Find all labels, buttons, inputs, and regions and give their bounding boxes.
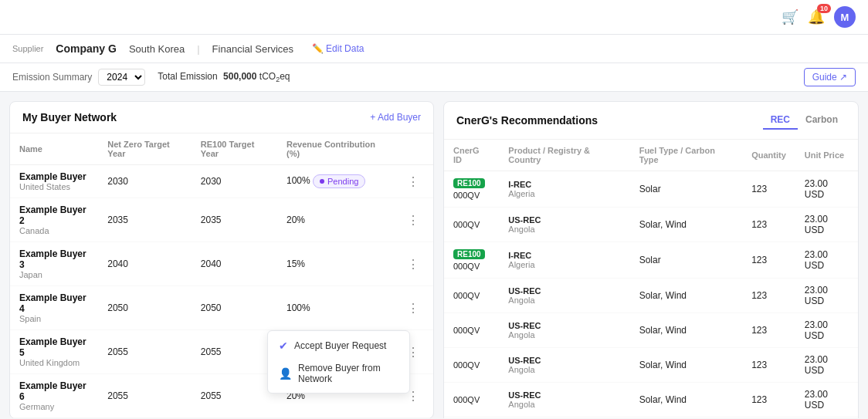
revenue-cell: 100% bbox=[277, 286, 393, 330]
quantity-cell: 123 bbox=[742, 279, 795, 313]
cart-icon[interactable]: 🛒 bbox=[782, 8, 798, 25]
product-cell: I-REC Algeria bbox=[499, 417, 629, 419]
company-name: Company G bbox=[56, 42, 117, 55]
unit-price-cell: 23.00 USD bbox=[795, 242, 858, 279]
col-revenue: Revenue Contribution (%) bbox=[277, 133, 393, 165]
supplier-label: Supplier bbox=[12, 44, 43, 53]
unit-price-cell: 23.00 USD bbox=[795, 417, 858, 419]
top-nav: 🛒 🔔 10 M bbox=[0, 0, 868, 35]
buyer-name-cell: Example Buyer 3 Japan bbox=[10, 242, 98, 286]
actions-cell: ⋮ bbox=[393, 198, 433, 242]
emission-label: Emission Summary bbox=[12, 72, 92, 83]
fuel-type-cell: Solar bbox=[630, 171, 743, 208]
col-fuel-type: Fuel Type / Carbon Type bbox=[630, 140, 743, 171]
inline-context-menu: ✔ Accept Buyer Request 👤 Remove Buyer fr… bbox=[267, 330, 410, 394]
unit-price-cell: 23.00 USD bbox=[795, 171, 858, 208]
table-row: Example Buyer 3 Japan 2040 2040 15% ⋮ bbox=[10, 242, 433, 286]
quantity-cell: 123 bbox=[742, 383, 795, 417]
product-cell: US-REC Angola bbox=[499, 313, 629, 348]
fuel-type-cell: Solar bbox=[630, 417, 743, 419]
left-panel: My Buyer Network + Add Buyer Name Net Ze… bbox=[9, 101, 434, 418]
accept-buyer-menu-item[interactable]: ✔ Accept Buyer Request bbox=[268, 334, 409, 357]
more-button[interactable]: ⋮ bbox=[402, 211, 424, 229]
re100-badge: RE100 bbox=[453, 178, 485, 188]
actions-cell: ⋮ bbox=[393, 242, 433, 286]
check-circle-icon: ✔ bbox=[279, 340, 288, 352]
rec-tabs: REC Carbon bbox=[763, 111, 846, 130]
revenue-cell: 100% Pending bbox=[277, 165, 393, 198]
quantity-cell: 123 bbox=[742, 242, 795, 279]
fuel-type-cell: Solar, Wind bbox=[630, 208, 743, 242]
re100-cell: 2040 bbox=[192, 242, 277, 286]
notification-badge: 10 bbox=[817, 4, 831, 13]
fuel-type-cell: Solar bbox=[630, 242, 743, 279]
product-cell: I-REC Algeria bbox=[499, 171, 629, 208]
unit-price-cell: 23.00 USD bbox=[795, 313, 858, 348]
cnerg-id-cell: 000QV bbox=[444, 208, 499, 242]
product-cell: I-REC Algeria bbox=[499, 242, 629, 279]
supplier-country: South Korea bbox=[129, 43, 185, 55]
table-row: Example Buyer 4 Spain 2050 2050 100% ⋮ bbox=[10, 286, 433, 330]
year-select[interactable]: 2024 2023 2022 bbox=[98, 69, 145, 86]
cnerg-id-cell: RE100 000QV bbox=[444, 417, 499, 419]
notification-icon[interactable]: 🔔 10 bbox=[808, 8, 825, 25]
col-unit-price: Unit Price bbox=[795, 140, 858, 171]
buyer-table-container: Name Net Zero Target Year RE100 Target Y… bbox=[10, 133, 433, 418]
unit-price-cell: 23.00 USD bbox=[795, 383, 858, 417]
edit-data-link[interactable]: ✏️ Edit Data bbox=[312, 43, 364, 54]
main-content: My Buyer Network + Add Buyer Name Net Ze… bbox=[0, 92, 868, 418]
re100-cell: 2055 bbox=[192, 374, 277, 418]
net-zero-cell: 2055 bbox=[98, 330, 192, 374]
more-button[interactable]: ⋮ bbox=[402, 299, 424, 317]
list-item: 000QV US-REC Angola Solar, Wind 123 23.0… bbox=[444, 279, 858, 313]
col-actions bbox=[393, 133, 433, 165]
buyer-name-cell: Example Buyer 5 United Kingdom bbox=[10, 330, 98, 374]
rec-table-container: CnerG ID Product / Registry & Country Fu… bbox=[444, 140, 858, 418]
buyer-table: Name Net Zero Target Year RE100 Target Y… bbox=[10, 133, 433, 418]
supplier-type: Financial Services bbox=[212, 43, 294, 55]
buyer-name-cell: Example Buyer 6 Germany bbox=[10, 374, 98, 418]
supplier-bar: Supplier Company G South Korea | Financi… bbox=[0, 35, 868, 63]
table-row: Example Buyer United States 2030 2030 10… bbox=[10, 165, 433, 198]
list-item: 000QV US-REC Angola Solar, Wind 123 23.0… bbox=[444, 348, 858, 383]
col-re100: RE100 Target Year bbox=[192, 133, 277, 165]
list-item: RE100 000QV I-REC Algeria Solar 123 23.0… bbox=[444, 417, 858, 419]
fuel-type-cell: Solar, Wind bbox=[630, 313, 743, 348]
buyer-network-header: My Buyer Network + Add Buyer bbox=[10, 102, 433, 133]
revenue-cell: 20% bbox=[277, 198, 393, 242]
avatar[interactable]: M bbox=[834, 6, 856, 28]
fuel-type-cell: Solar, Wind bbox=[630, 279, 743, 313]
revenue-cell: 15% bbox=[277, 242, 393, 286]
re100-badge: RE100 bbox=[453, 249, 485, 259]
re100-cell: 2030 bbox=[192, 165, 277, 198]
remove-buyer-menu-item[interactable]: 👤 Remove Buyer from Network bbox=[268, 357, 409, 390]
cnerg-id-cell: 000QV bbox=[444, 313, 499, 348]
unit-price-cell: 23.00 USD bbox=[795, 348, 858, 383]
buyer-name-cell: Example Buyer 2 Canada bbox=[10, 198, 98, 242]
more-button[interactable]: ⋮ bbox=[402, 173, 424, 191]
list-item: 000QV US-REC Angola Solar, Wind 123 23.0… bbox=[444, 208, 858, 242]
more-button[interactable]: ⋮ bbox=[402, 255, 424, 273]
cnerg-id-cell: RE100 000QV bbox=[444, 242, 499, 279]
net-zero-cell: 2030 bbox=[98, 165, 192, 198]
total-emission-label: Total Emission 500,000 tCO2eq bbox=[158, 71, 290, 83]
guide-button[interactable]: Guide ↗ bbox=[804, 68, 856, 86]
re100-cell: 2035 bbox=[192, 198, 277, 242]
recommendations-header: CnerG's Recommendations REC Carbon bbox=[444, 102, 858, 140]
status-badge: Pending bbox=[313, 174, 365, 188]
emission-bar: Emission Summary 2024 2023 2022 Total Em… bbox=[0, 63, 868, 92]
recommendations-panel: CnerG's Recommendations REC Carbon CnerG… bbox=[443, 101, 859, 418]
rec-table: CnerG ID Product / Registry & Country Fu… bbox=[444, 140, 858, 418]
quantity-cell: 123 bbox=[742, 171, 795, 208]
add-buyer-button[interactable]: + Add Buyer bbox=[370, 112, 421, 123]
col-product: Product / Registry & Country bbox=[499, 140, 629, 171]
cnerg-id-cell: RE100 000QV bbox=[444, 171, 499, 208]
col-quantity: Quantity bbox=[742, 140, 795, 171]
list-item: RE100 000QV I-REC Algeria Solar 123 23.0… bbox=[444, 171, 858, 208]
quantity-cell: 123 bbox=[742, 417, 795, 419]
buyer-name-cell: Example Buyer 4 Spain bbox=[10, 286, 98, 330]
tab-rec[interactable]: REC bbox=[763, 111, 798, 130]
quantity-cell: 123 bbox=[742, 208, 795, 242]
tab-carbon[interactable]: Carbon bbox=[798, 111, 846, 130]
product-cell: US-REC Angola bbox=[499, 208, 629, 242]
